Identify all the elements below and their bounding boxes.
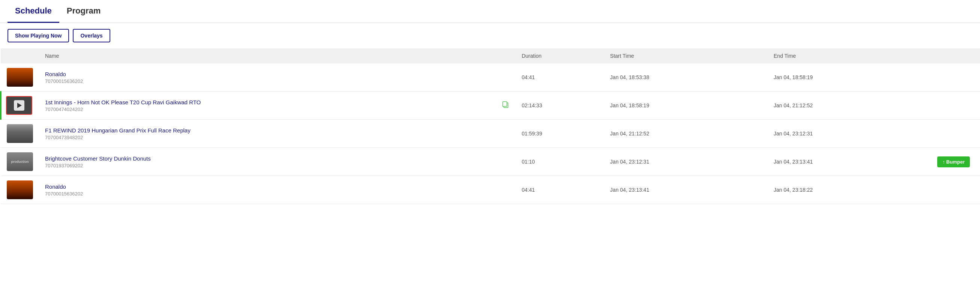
end-time-cell: Jan 04, 18:58:19	[768, 64, 931, 92]
duration-cell: 04:41	[515, 176, 604, 204]
start-time-cell: Jan 04, 18:53:38	[604, 64, 768, 92]
actions-cell	[931, 64, 980, 92]
table-row: productionBrightcove Customer Story Dunk…	[1, 148, 980, 176]
thumbnail-cell	[1, 120, 39, 148]
tab-bar: Schedule Program	[0, 0, 980, 23]
action-bar: Show Playing Now Overlays	[0, 23, 980, 48]
name-cell: Brightcove Customer Story Dunkin Donuts7…	[39, 148, 496, 176]
table-row: 1st Innings - Horn Not OK Please T20 Cup…	[1, 92, 980, 120]
start-time-cell: Jan 04, 23:12:31	[604, 148, 768, 176]
start-time-cell: Jan 04, 23:13:41	[604, 176, 768, 204]
item-asset-id: 70700474024202	[45, 107, 490, 112]
copy-cell	[496, 64, 515, 92]
item-asset-id: 70700015636202	[45, 78, 490, 84]
schedule-table: Name Duration Start Time End Time Ronald…	[0, 48, 980, 204]
thumbnail-cell	[1, 92, 39, 120]
item-asset-id: 70701937069202	[45, 163, 490, 169]
name-cell: F1 REWIND 2019 Hungarian Grand Prix Full…	[39, 120, 496, 148]
tab-schedule[interactable]: Schedule	[8, 0, 59, 23]
copy-icon[interactable]	[502, 102, 509, 110]
table-row: F1 REWIND 2019 Hungarian Grand Prix Full…	[1, 120, 980, 148]
thumbnail	[7, 180, 33, 199]
duration-cell: 04:41	[515, 64, 604, 92]
actions-cell	[931, 92, 980, 120]
main-container: Schedule Program Show Playing Now Overla…	[0, 0, 980, 296]
table-row: Ronaldo7070001563620204:41Jan 04, 18:53:…	[1, 64, 980, 92]
start-time-cell: Jan 04, 18:58:19	[604, 92, 768, 120]
play-icon[interactable]	[14, 100, 24, 111]
col-name: Name	[39, 48, 496, 64]
copy-cell	[496, 148, 515, 176]
duration-cell: 01:59:39	[515, 120, 604, 148]
end-time-cell: Jan 04, 21:12:52	[768, 92, 931, 120]
col-duration: Duration	[515, 48, 604, 64]
item-asset-id: 70700015636202	[45, 191, 490, 197]
col-end-time: End Time	[768, 48, 931, 64]
item-title[interactable]: Ronaldo	[45, 71, 66, 77]
copy-cell	[496, 92, 515, 120]
actions-cell	[931, 120, 980, 148]
item-title[interactable]: Ronaldo	[45, 183, 66, 190]
show-playing-now-button[interactable]: Show Playing Now	[8, 29, 69, 42]
col-start-time: Start Time	[604, 48, 768, 64]
duration-cell: 01:10	[515, 148, 604, 176]
copy-cell	[496, 176, 515, 204]
thumbnail-cell	[1, 64, 39, 92]
name-cell: Ronaldo70700015636202	[39, 176, 496, 204]
thumbnail: production	[7, 152, 33, 171]
col-extra	[496, 48, 515, 64]
table-row: Ronaldo7070001563620204:41Jan 04, 23:13:…	[1, 176, 980, 204]
thumbnail	[6, 96, 32, 115]
overlays-button[interactable]: Overlays	[73, 29, 110, 42]
item-title[interactable]: F1 REWIND 2019 Hungarian Grand Prix Full…	[45, 127, 191, 134]
end-time-cell: Jan 04, 23:18:22	[768, 176, 931, 204]
col-actions	[931, 48, 980, 64]
start-time-cell: Jan 04, 21:12:52	[604, 120, 768, 148]
svg-rect-1	[503, 102, 507, 107]
copy-cell	[496, 120, 515, 148]
item-title[interactable]: Brightcove Customer Story Dunkin Donuts	[45, 155, 151, 162]
tab-program[interactable]: Program	[59, 0, 108, 23]
col-thumb	[1, 48, 39, 64]
actions-cell	[931, 176, 980, 204]
thumbnail-cell	[1, 176, 39, 204]
name-cell: Ronaldo70700015636202	[39, 64, 496, 92]
actions-cell: ↑ Bumper	[931, 148, 980, 176]
item-title[interactable]: 1st Innings - Horn Not OK Please T20 Cup…	[45, 99, 201, 105]
name-cell: 1st Innings - Horn Not OK Please T20 Cup…	[39, 92, 496, 120]
end-time-cell: Jan 04, 23:13:41	[768, 148, 931, 176]
thumbnail-cell: production	[1, 148, 39, 176]
item-asset-id: 70700473948202	[45, 135, 490, 140]
duration-cell: 02:14:33	[515, 92, 604, 120]
thumbnail	[7, 68, 33, 87]
end-time-cell: Jan 04, 23:12:31	[768, 120, 931, 148]
table-header-row: Name Duration Start Time End Time	[1, 48, 980, 64]
bumper-button[interactable]: ↑ Bumper	[937, 156, 970, 167]
thumbnail	[7, 124, 33, 143]
